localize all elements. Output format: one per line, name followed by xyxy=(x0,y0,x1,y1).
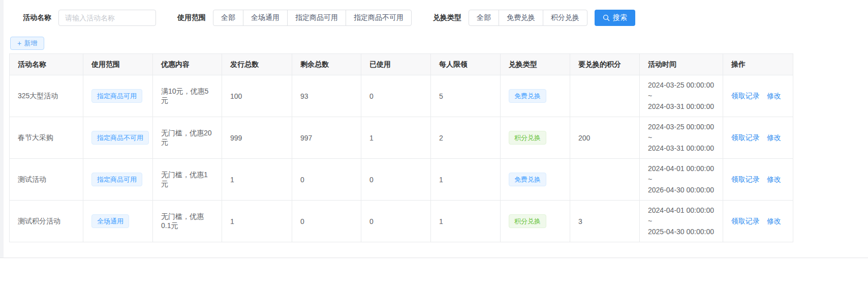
cell-total-issued: 1 xyxy=(222,201,292,242)
scope-tag: 指定商品不可用 xyxy=(91,131,149,145)
exchange-type-label: 兑换类型 xyxy=(433,13,461,22)
activity-name-label: 活动名称 xyxy=(23,13,51,22)
scope-option-all[interactable]: 全部 xyxy=(213,10,243,26)
exchange-option-free[interactable]: 免费兑换 xyxy=(499,10,543,26)
activity-table: 活动名称 使用范围 优惠内容 发行总数 剩余总数 已使用 每人限领 兑换类型 要… xyxy=(9,53,793,242)
scope-option-specified-unusable[interactable]: 指定商品不可用 xyxy=(346,10,412,26)
toolbar: + 新增 xyxy=(0,26,868,50)
exchange-type-tag: 积分兑换 xyxy=(509,131,546,145)
cell-discount-content: 无门槛，优惠0.1元 xyxy=(153,201,222,242)
header-total-remaining: 剩余总数 xyxy=(292,54,361,75)
cell-total-remaining: 93 xyxy=(292,75,361,117)
cell-discount-content: 无门槛，优惠1元 xyxy=(153,159,222,201)
usage-scope-button-group: 全部 全场通用 指定商品可用 指定商品不可用 xyxy=(213,10,412,26)
cell-activity-time: 2024-04-01 00:00:00 ~ 2026-04-30 00:00:0… xyxy=(640,159,723,201)
add-button-label: 新增 xyxy=(24,39,37,48)
cell-total-issued: 1 xyxy=(222,159,292,201)
cell-used: 1 xyxy=(361,117,431,159)
cell-activity-name: 春节大采购 xyxy=(10,117,83,159)
header-per-person-limit: 每人限领 xyxy=(431,54,501,75)
header-discount-content: 优惠内容 xyxy=(153,54,222,75)
cell-activity-time: 2024-04-01 00:00:00 ~ 2025-04-30 00:00:0… xyxy=(640,201,723,242)
cell-used: 0 xyxy=(361,201,431,242)
time-separator: ~ xyxy=(648,91,715,101)
cell-per-person-limit: 2 xyxy=(431,117,501,159)
header-points-required: 要兑换的积分 xyxy=(570,54,640,75)
cell-total-remaining: 0 xyxy=(292,201,361,242)
search-button[interactable]: 搜索 xyxy=(595,10,635,26)
coupon-activity-page: 活动名称 使用范围 全部 全场通用 指定商品可用 指定商品不可用 兑换类型 全部… xyxy=(0,0,868,281)
time-end: 2025-04-30 00:00:00 xyxy=(648,227,715,237)
cell-activity-time: 2024-03-25 00:00:00 ~ 2024-03-31 00:00:0… xyxy=(640,117,723,159)
cell-used: 0 xyxy=(361,159,431,201)
scope-option-specified-usable[interactable]: 指定商品可用 xyxy=(287,10,346,26)
cell-points-required xyxy=(570,159,640,201)
edit-link[interactable]: 修改 xyxy=(767,175,781,183)
header-total-issued: 发行总数 xyxy=(222,54,292,75)
time-start: 2024-03-25 00:00:00 xyxy=(648,122,715,132)
scope-option-universal[interactable]: 全场通用 xyxy=(243,10,288,26)
header-exchange-type: 兑换类型 xyxy=(501,54,570,75)
cell-per-person-limit: 1 xyxy=(431,159,501,201)
header-activity-name: 活动名称 xyxy=(10,54,83,75)
cell-activity-name: 测试活动 xyxy=(10,159,83,201)
table-row: 325大型活动 指定商品可用 满10元，优惠5元 100 93 0 5 免费兑换… xyxy=(10,75,793,117)
scope-tag: 指定商品可用 xyxy=(91,89,142,103)
cell-points-required xyxy=(570,75,640,117)
page-left-edge xyxy=(0,0,4,258)
time-end: 2026-04-30 00:00:00 xyxy=(648,185,715,195)
edit-link[interactable]: 修改 xyxy=(767,92,781,100)
time-separator: ~ xyxy=(648,174,715,185)
time-start: 2024-04-01 00:00:00 xyxy=(648,163,715,174)
cell-activity-name: 测试积分活动 xyxy=(10,201,83,242)
claim-records-link[interactable]: 领取记录 xyxy=(731,175,760,183)
plus-icon: + xyxy=(17,40,21,47)
cell-total-remaining: 0 xyxy=(292,159,361,201)
filter-bar: 活动名称 使用范围 全部 全场通用 指定商品可用 指定商品不可用 兑换类型 全部… xyxy=(0,0,868,26)
cell-operations: 领取记录 修改 xyxy=(723,201,793,242)
search-icon xyxy=(603,14,610,21)
exchange-type-tag: 积分兑换 xyxy=(509,214,546,228)
exchange-option-all[interactable]: 全部 xyxy=(469,10,499,26)
page-bottom-divider xyxy=(0,258,868,258)
cell-activity-name: 325大型活动 xyxy=(10,75,83,117)
claim-records-link[interactable]: 领取记录 xyxy=(731,133,760,142)
edit-link[interactable]: 修改 xyxy=(767,133,781,142)
scope-tag: 全场通用 xyxy=(91,214,129,228)
exchange-option-points[interactable]: 积分兑换 xyxy=(543,10,587,26)
table-header-row: 活动名称 使用范围 优惠内容 发行总数 剩余总数 已使用 每人限领 兑换类型 要… xyxy=(10,54,793,75)
claim-records-link[interactable]: 领取记录 xyxy=(731,92,760,100)
cell-total-issued: 999 xyxy=(222,117,292,159)
cell-per-person-limit: 5 xyxy=(431,75,501,117)
cell-points-required: 3 xyxy=(570,201,640,242)
cell-total-remaining: 997 xyxy=(292,117,361,159)
exchange-type-button-group: 全部 免费兑换 积分兑换 xyxy=(469,10,587,26)
add-button[interactable]: + 新增 xyxy=(10,37,44,50)
exchange-type-tag: 免费兑换 xyxy=(509,89,546,103)
cell-per-person-limit: 1 xyxy=(431,201,501,242)
table-row: 测试活动 指定商品可用 无门槛，优惠1元 1 0 0 1 免费兑换 2024-0… xyxy=(10,159,793,201)
header-usage-scope: 使用范围 xyxy=(83,54,153,75)
time-start: 2024-04-01 00:00:00 xyxy=(648,205,715,216)
cell-operations: 领取记录 修改 xyxy=(723,117,793,159)
cell-points-required: 200 xyxy=(570,117,640,159)
time-end: 2024-03-31 00:00:00 xyxy=(648,143,715,154)
scope-tag: 指定商品可用 xyxy=(91,173,142,186)
header-operations: 操作 xyxy=(723,54,793,75)
cell-discount-content: 满10元，优惠5元 xyxy=(153,75,222,117)
time-end: 2024-03-31 00:00:00 xyxy=(648,101,715,112)
cell-operations: 领取记录 修改 xyxy=(723,75,793,117)
cell-activity-time: 2024-03-25 00:00:00 ~ 2024-03-31 00:00:0… xyxy=(640,75,723,117)
time-start: 2024-03-25 00:00:00 xyxy=(648,80,715,91)
table-row: 春节大采购 指定商品不可用 无门槛，优惠20元 999 997 1 2 积分兑换… xyxy=(10,117,793,159)
usage-scope-label: 使用范围 xyxy=(177,13,206,22)
claim-records-link[interactable]: 领取记录 xyxy=(731,217,760,225)
exchange-type-tag: 免费兑换 xyxy=(509,173,546,186)
edit-link[interactable]: 修改 xyxy=(767,217,781,225)
activity-name-input[interactable] xyxy=(58,10,156,26)
cell-total-issued: 100 xyxy=(222,75,292,117)
header-activity-time: 活动时间 xyxy=(640,54,723,75)
search-button-label: 搜索 xyxy=(613,13,627,22)
time-separator: ~ xyxy=(648,216,715,227)
table-row: 测试积分活动 全场通用 无门槛，优惠0.1元 1 0 0 1 积分兑换 3 20… xyxy=(10,201,793,242)
